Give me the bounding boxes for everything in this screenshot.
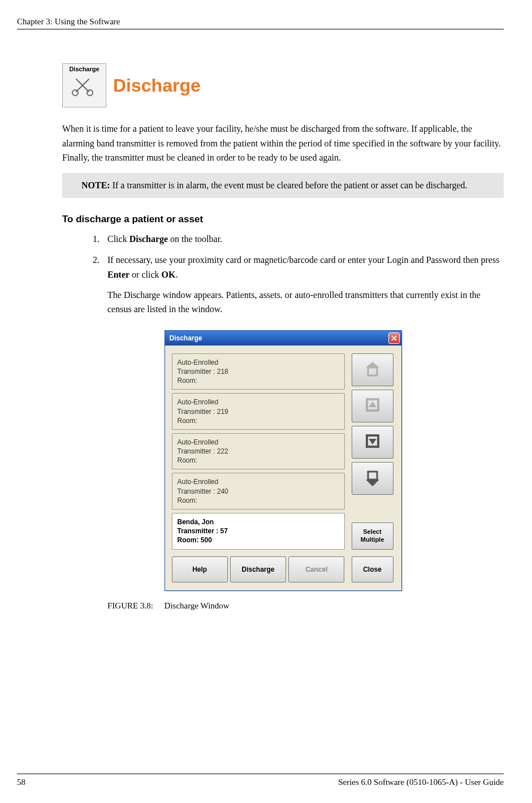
list-item[interactable]: Auto-Enrolled Transmitter : 240 Room: xyxy=(172,473,345,510)
cancel-button[interactable]: Cancel xyxy=(288,556,344,582)
scroll-bottom-button[interactable] xyxy=(352,462,393,495)
chevron-double-up-icon xyxy=(362,360,383,380)
close-icon xyxy=(391,335,397,341)
scroll-top-button[interactable] xyxy=(352,353,393,386)
header-rule xyxy=(17,29,504,29)
svg-rect-7 xyxy=(368,368,377,375)
close-button[interactable]: Close xyxy=(352,556,393,582)
svg-marker-9 xyxy=(369,402,377,407)
list-item[interactable]: Auto-Enrolled Transmitter : 222 Room: xyxy=(172,433,345,470)
intro-paragraph: When it is time for a patient to leave y… xyxy=(62,122,504,165)
page-number: 58 xyxy=(17,778,25,787)
arrow-up-icon xyxy=(362,396,383,416)
dialog-title: Discharge xyxy=(170,334,202,342)
chapter-header: Chapter 3: Using the Software xyxy=(17,17,504,27)
svg-point-3 xyxy=(87,90,93,96)
figure-title: Discharge Window xyxy=(165,601,230,610)
select-multiple-button[interactable]: Select Multiple xyxy=(352,523,393,550)
scissors-icon xyxy=(72,75,97,100)
note-box: NOTE: If a transmitter is in alarm, the … xyxy=(62,173,504,198)
steps-list: Click Discharge on the toolbar. If neces… xyxy=(62,232,504,317)
list-item[interactable]: Auto-Enrolled Transmitter : 218 Room: xyxy=(172,353,345,390)
note-label: NOTE: xyxy=(81,180,110,190)
page-footer: 58 Series 6.0 Software (0510-1065-A) - U… xyxy=(17,774,504,787)
svg-marker-13 xyxy=(366,480,379,486)
scroll-down-button[interactable] xyxy=(352,426,393,459)
svg-point-2 xyxy=(72,90,78,96)
dialog-close-button[interactable] xyxy=(388,333,400,344)
scroll-up-button[interactable] xyxy=(352,390,393,422)
arrow-down-icon xyxy=(362,432,383,452)
step-2: If necessary, use your proximity card or… xyxy=(102,253,504,316)
dialog-title-bar: Discharge xyxy=(165,331,401,346)
procedure-heading: To discharge a patient or asset xyxy=(62,214,504,225)
note-text: If a transmitter is in alarm, the event … xyxy=(113,180,468,190)
list-item[interactable]: Auto-Enrolled Transmitter : 219 Room: xyxy=(172,393,345,430)
toolbar-icon-label: Discharge xyxy=(69,66,99,72)
discharge-dialog: Discharge Auto-Enrolled Transmitter : 21… xyxy=(165,330,402,591)
help-button[interactable]: Help xyxy=(172,556,228,582)
document-id: Series 6.0 Software (0510-1065-A) - User… xyxy=(338,778,504,787)
list-item-selected[interactable]: Benda, Jon Transmitter : 57 Room: 500 xyxy=(172,513,345,550)
discharge-toolbar-icon: Discharge xyxy=(62,63,106,107)
svg-rect-12 xyxy=(368,472,377,480)
figure-number: FIGURE 3.8: xyxy=(107,601,153,610)
step-2-result: The Discharge window appears. Patients, … xyxy=(107,288,504,317)
section-title: Discharge xyxy=(113,75,201,96)
figure-caption: FIGURE 3.8: Discharge Window xyxy=(107,601,504,611)
census-list: Auto-Enrolled Transmitter : 218 Room: Au… xyxy=(172,353,345,550)
svg-marker-11 xyxy=(369,439,377,444)
chevron-double-down-icon xyxy=(362,468,383,489)
step-1: Click Discharge on the toolbar. xyxy=(102,232,504,247)
discharge-button[interactable]: Discharge xyxy=(230,556,286,582)
